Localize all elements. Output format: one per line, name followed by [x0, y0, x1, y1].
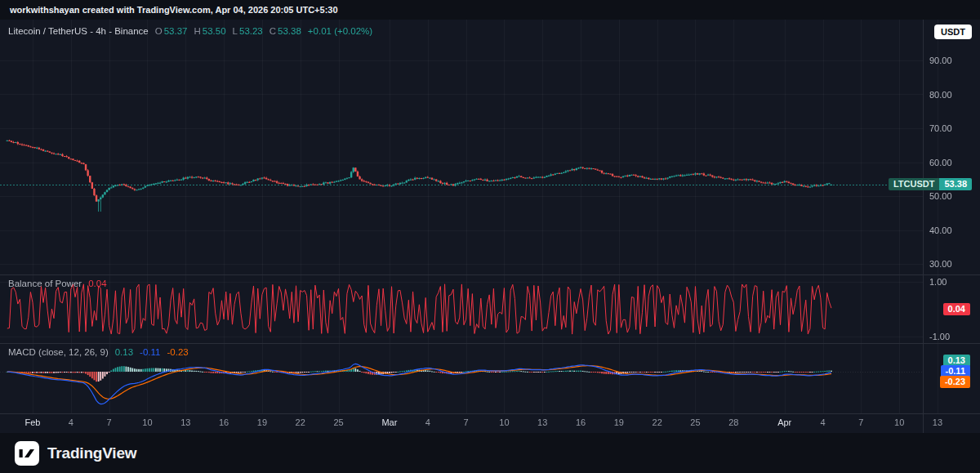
- attribution-text: workwithshayan created with TradingView.…: [10, 5, 338, 15]
- price-axis-label: 60.00: [929, 158, 952, 167]
- bop-value-badge: 0.04: [943, 303, 970, 315]
- low-label: L: [233, 26, 238, 36]
- bop-axis-label: -1.00: [929, 332, 950, 341]
- attribution-bar: workwithshayan created with TradingView.…: [0, 0, 980, 20]
- macd-title: MACD (close, 12, 26, 9): [8, 347, 109, 357]
- currency-toggle-button[interactable]: USDT: [934, 25, 972, 39]
- time-axis-label: 13: [180, 417, 190, 427]
- macd-legend: MACD (close, 12, 26, 9) 0.13 -0.11 -0.23: [8, 347, 189, 357]
- tradingview-logo[interactable]: [15, 441, 39, 466]
- change-value: +0.01 (+0.02%): [308, 26, 372, 36]
- open-label: O: [155, 26, 163, 36]
- macd-hist-value: 0.13: [115, 347, 133, 357]
- time-axis-label: 10: [499, 417, 509, 427]
- time-axis-label: 25: [690, 417, 700, 427]
- symbol-title: Litecoin / TetherUS - 4h - Binance: [8, 26, 149, 36]
- macd-line-value: -0.11: [140, 347, 160, 357]
- price-axis-label: 70.00: [929, 123, 952, 133]
- price-label-value: 53.38: [939, 178, 972, 190]
- macd-signal-badge: -0.23: [940, 376, 970, 388]
- time-axis-label: 4: [425, 417, 430, 427]
- time-axis-label: 7: [107, 417, 112, 427]
- bop-legend: Balance of Power 0.04: [8, 279, 107, 288]
- close-value: 53.38: [278, 26, 301, 36]
- high-label: H: [194, 26, 200, 36]
- close-label: C: [270, 26, 276, 36]
- time-axis-label: 10: [142, 417, 152, 427]
- time-axis-label: 13: [933, 417, 942, 427]
- high-value: 53.50: [203, 26, 226, 36]
- time-axis-label: 28: [728, 417, 738, 427]
- open-value: 53.37: [164, 26, 188, 36]
- chart-canvas[interactable]: [0, 20, 980, 433]
- time-axis-label: 19: [614, 417, 624, 427]
- time-axis-label: 16: [219, 417, 229, 427]
- bop-title: Balance of Power: [8, 279, 82, 288]
- ohlc-open: O 53.37: [155, 26, 188, 36]
- time-axis-label: 7: [464, 417, 469, 427]
- footer: TradingView: [0, 433, 980, 473]
- time-axis-label: 16: [576, 417, 586, 427]
- ohlc-close: C 53.38: [270, 26, 301, 36]
- chart-area: Litecoin / TetherUS - 4h - Binance O 53.…: [0, 20, 980, 433]
- price-axis-label: 90.00: [929, 56, 952, 65]
- price-axis-label: 80.00: [929, 90, 952, 100]
- bop-value: 0.04: [88, 279, 106, 288]
- time-axis-label: 13: [537, 417, 547, 427]
- tradingview-snapshot: workwithshayan created with TradingView.…: [0, 0, 980, 473]
- time-axis-label: 22: [653, 417, 662, 427]
- macd-signal-value: -0.23: [167, 347, 188, 357]
- time-axis-label: 25: [333, 417, 343, 427]
- price-axis-label: 50.00: [929, 191, 952, 201]
- time-axis-label: Mar: [381, 417, 397, 427]
- time-axis-label: 22: [296, 417, 305, 427]
- ohlc-low: L 53.23: [233, 26, 263, 36]
- time-axis-label: Feb: [25, 417, 41, 427]
- ohlc-high: H 53.50: [194, 26, 225, 36]
- last-price-label: LTCUSDT 53.38: [889, 178, 972, 190]
- bop-axis-label: 1.00: [929, 277, 947, 287]
- time-axis-label: 4: [820, 417, 825, 427]
- time-axis-label: Apr: [777, 417, 791, 427]
- time-axis-label: 7: [858, 417, 863, 427]
- time-axis-label: 19: [257, 417, 267, 427]
- price-label-symbol: LTCUSDT: [889, 178, 940, 190]
- tradingview-wordmark[interactable]: TradingView: [47, 444, 136, 462]
- time-axis-label: 4: [69, 417, 74, 427]
- price-axis-label: 30.00: [929, 259, 952, 269]
- time-axis-label: 10: [894, 417, 904, 427]
- symbol-legend: Litecoin / TetherUS - 4h - Binance O 53.…: [8, 26, 372, 36]
- low-value: 53.23: [239, 26, 263, 36]
- price-axis-label: 40.00: [929, 225, 952, 235]
